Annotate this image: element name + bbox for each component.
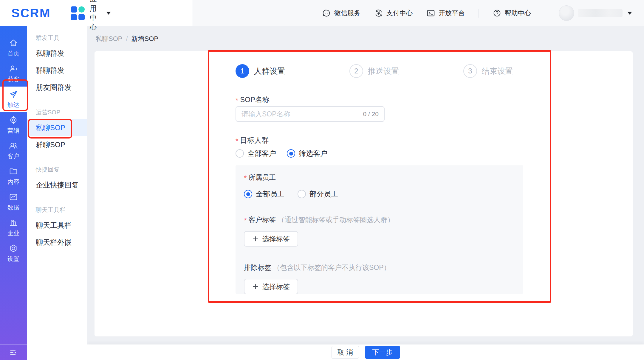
step-connector xyxy=(407,71,455,71)
app-center-label: 应用中心 xyxy=(90,0,100,32)
sidebar-item-label: 设置 xyxy=(7,255,19,263)
header-nav: 微信服务 支付中心 开放平台 xyxy=(322,5,632,21)
gear-icon xyxy=(9,244,18,253)
required-mark: * xyxy=(244,216,247,225)
payment-center-icon xyxy=(374,9,383,18)
nav-label: 微信服务 xyxy=(334,9,360,18)
sidebar-item-label: 触达 xyxy=(7,101,19,109)
radio-partial-staff[interactable]: 部分员工 xyxy=(298,189,338,199)
sidebar-item-acquisition[interactable]: 获客 xyxy=(0,61,27,87)
building-icon xyxy=(9,218,18,227)
form-card: 1 人群设置 2 推送设置 3 结束设置 * SOP名称 0 / 20 * xyxy=(95,51,633,336)
radio-circle xyxy=(287,149,295,158)
submenu-item-chat-toolbar[interactable]: 聊天工具栏 xyxy=(27,217,87,234)
footer-action-bar: 取 消 下一步 xyxy=(87,344,644,360)
app-center-menu[interactable]: 应用中心 xyxy=(69,0,111,32)
step-connector xyxy=(293,71,341,71)
chevron-down-icon xyxy=(627,12,632,15)
submenu-item-group-sop[interactable]: 群聊SOP xyxy=(27,136,87,153)
nav-label: 支付中心 xyxy=(386,9,413,18)
sidebar-item-label: 企业 xyxy=(7,229,19,237)
sidebar-collapse-button[interactable] xyxy=(0,344,27,360)
sidebar-item-label: 首页 xyxy=(7,50,19,58)
staff-label: 所属员工 xyxy=(248,173,276,182)
sop-name-label-row: * SOP名称 xyxy=(236,95,270,104)
scrm-logo: SCRM xyxy=(11,6,51,20)
customer-tags-hint: （通过智能标签或手动标签圈选人群） xyxy=(278,215,394,224)
radio-filter-customers[interactable]: 筛选客户 xyxy=(287,149,327,158)
account-name-redacted xyxy=(578,9,623,17)
submenu-item-moments-mass[interactable]: 朋友圈群发 xyxy=(27,79,87,96)
step-3-circle: 3 xyxy=(463,64,477,78)
collapse-icon xyxy=(9,348,18,357)
sidebar-item-label: 内容 xyxy=(7,178,19,186)
select-exclude-tags-button[interactable]: 选择标签 xyxy=(244,279,298,294)
account-menu[interactable] xyxy=(559,5,632,21)
sidebar-item-marketing[interactable]: 营销 xyxy=(0,112,27,138)
required-mark: * xyxy=(236,96,238,105)
sop-name-input[interactable] xyxy=(242,110,359,118)
exclude-tags-label: 排除标签 xyxy=(244,263,271,272)
header-divider xyxy=(545,9,545,18)
customer-tags-label-row: * 客户标签 （通过智能标签或手动标签圈选人群） xyxy=(244,216,515,224)
app-grid-icon xyxy=(69,5,86,21)
sidebar-item-label: 营销 xyxy=(7,127,19,135)
nav-wechat-service[interactable]: 微信服务 xyxy=(322,9,360,18)
user-add-icon xyxy=(9,64,18,73)
nav-payment-center[interactable]: 支付中心 xyxy=(374,9,413,18)
select-tags-button[interactable]: 选择标签 xyxy=(244,231,298,247)
chevron-down-icon xyxy=(106,12,111,15)
plus-icon xyxy=(252,236,259,242)
customer-tags-label: 客户标签 xyxy=(248,215,276,224)
home-icon xyxy=(9,39,18,47)
sidebar-item-enterprise[interactable]: 企业 xyxy=(0,215,27,241)
avatar xyxy=(559,5,574,21)
sidebar-item-settings[interactable]: 设置 xyxy=(0,241,27,266)
radio-all-staff[interactable]: 全部员工 xyxy=(244,189,284,199)
radio-label: 筛选客户 xyxy=(299,149,327,158)
secondary-sidebar: 群发工具 私聊群发 群聊群发 朋友圈群发 运营SOP 私聊SOP 群聊SOP 快… xyxy=(27,26,87,360)
submenu-item-private-mass[interactable]: 私聊群发 xyxy=(27,45,87,62)
sidebar-item-label: 数据 xyxy=(7,204,19,212)
exclude-tags-hint: （包含以下标签的客户不执行该SOP） xyxy=(273,263,391,272)
char-counter: 0 / 20 xyxy=(363,110,379,118)
sidebar-item-customers[interactable]: 客户 xyxy=(0,138,27,164)
users-icon xyxy=(9,141,18,150)
radio-circle xyxy=(298,190,306,198)
sidebar-item-label: 获客 xyxy=(7,75,19,83)
submenu-section-title: 快捷回复 xyxy=(27,163,87,176)
primary-sidebar: 首页 获客 触达 营销 客户 xyxy=(0,26,27,360)
open-platform-icon xyxy=(426,9,435,18)
target-icon xyxy=(9,116,18,124)
folder-icon xyxy=(9,167,18,176)
cancel-button[interactable]: 取 消 xyxy=(332,346,359,359)
next-step-button[interactable]: 下一步 xyxy=(365,346,400,359)
sidebar-item-home[interactable]: 首页 xyxy=(0,35,27,61)
nav-open-platform[interactable]: 开放平台 xyxy=(426,9,465,18)
target-group-label-row: * 目标人群 xyxy=(236,136,269,145)
top-header: SCRM 应用中心 微信服务 xyxy=(0,0,644,26)
chart-line-icon xyxy=(9,193,18,201)
submenu-item-chat-embed[interactable]: 聊天栏外嵌 xyxy=(27,234,87,251)
breadcrumb-parent[interactable]: 私聊SOP xyxy=(95,34,122,43)
select-tags-button-label: 选择标签 xyxy=(262,234,290,244)
submenu-item-quick-reply[interactable]: 企业快捷回复 xyxy=(27,176,87,193)
nav-help-center[interactable]: 帮助中心 xyxy=(493,9,531,18)
submenu-item-group-mass[interactable]: 群聊群发 xyxy=(27,62,87,79)
radio-label: 部分员工 xyxy=(309,189,338,199)
sidebar-item-reach[interactable]: 触达 xyxy=(0,87,27,112)
sidebar-item-data[interactable]: 数据 xyxy=(0,189,27,215)
submenu-section-title: 聊天工具栏 xyxy=(27,203,87,217)
step-3-label: 结束设置 xyxy=(482,66,513,76)
submenu-item-private-sop[interactable]: 私聊SOP xyxy=(27,119,87,136)
select-exclude-tags-button-label: 选择标签 xyxy=(262,282,290,291)
required-mark: * xyxy=(244,174,247,182)
target-group-label: 目标人群 xyxy=(240,136,269,145)
breadcrumb-current: 新增SOP xyxy=(131,34,158,43)
radio-circle xyxy=(236,149,244,158)
radio-all-customers[interactable]: 全部客户 xyxy=(236,149,276,158)
required-mark: * xyxy=(236,137,238,145)
sidebar-item-content[interactable]: 内容 xyxy=(0,164,27,189)
sop-name-input-wrap: 0 / 20 xyxy=(236,106,385,122)
step-2-circle: 2 xyxy=(349,64,363,78)
